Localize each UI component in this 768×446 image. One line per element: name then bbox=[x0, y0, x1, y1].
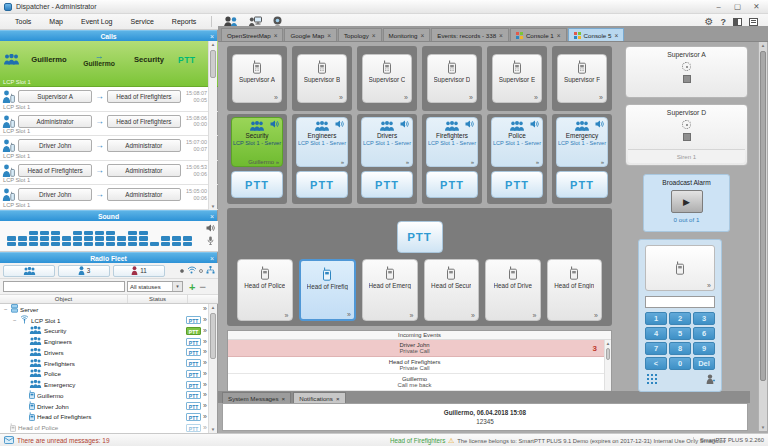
tree-item-head-of-firefighters[interactable]: Head of Firefighters PTT » bbox=[0, 412, 209, 423]
expand-chevron-icon[interactable]: » bbox=[203, 316, 207, 324]
radio-tile-supervisor-b[interactable]: Supervisor B» bbox=[297, 54, 347, 103]
tab-close-icon[interactable]: × bbox=[614, 32, 618, 39]
ptt-badge[interactable]: PTT bbox=[186, 338, 201, 346]
view-radio-option[interactable] bbox=[180, 269, 184, 273]
ptt-button[interactable]: PTT bbox=[556, 171, 608, 198]
call-row[interactable]: Supervisor A → Head of Firefighters 15:0… bbox=[0, 87, 218, 112]
ptt-badge[interactable]: PTT bbox=[186, 359, 201, 367]
column-status[interactable]: Status bbox=[128, 295, 188, 303]
radio-tile-head-of-emergency[interactable]: Head of Emerg» bbox=[362, 259, 418, 321]
tab-system-messages[interactable]: System Messages× bbox=[222, 392, 291, 403]
scroll-down-icon[interactable]: ▼ bbox=[209, 203, 217, 210]
more-chevron-icon[interactable]: » bbox=[601, 159, 604, 165]
key-back[interactable]: < bbox=[645, 357, 667, 370]
more-chevron-icon[interactable]: » bbox=[406, 159, 409, 165]
main-scrollbar[interactable]: ▲ ▼ bbox=[758, 42, 767, 431]
radio-tile-head-of-police[interactable]: Head of Police» bbox=[237, 259, 293, 321]
expand-chevron-icon[interactable]: » bbox=[203, 413, 207, 421]
group-tile-emergency[interactable]: EmergencyLCP Slot 1 - Server» bbox=[556, 117, 608, 167]
scroll-thumb[interactable] bbox=[606, 348, 610, 360]
more-chevron-icon[interactable]: » bbox=[404, 94, 408, 101]
tree-item-emergency[interactable]: Emergency PTT » bbox=[0, 379, 209, 390]
more-chevron-icon[interactable]: » bbox=[285, 312, 289, 319]
more-chevron-icon[interactable]: » bbox=[536, 159, 539, 165]
expand-chevron-icon[interactable]: » bbox=[203, 424, 207, 432]
expand-chevron-icon[interactable]: » bbox=[203, 348, 207, 356]
scroll-down-icon[interactable]: ▼ bbox=[209, 426, 217, 433]
tab-console-1[interactable]: Console 1× bbox=[510, 28, 567, 41]
menu-tools[interactable]: Tools bbox=[6, 14, 40, 29]
more-chevron-icon[interactable]: » bbox=[471, 159, 474, 165]
dialpad-input[interactable] bbox=[645, 296, 715, 308]
stop-icon[interactable] bbox=[683, 133, 691, 141]
group-ptt-button[interactable]: PTT bbox=[397, 221, 443, 253]
key-del[interactable]: Del bbox=[693, 357, 715, 370]
contact-icon[interactable] bbox=[706, 374, 715, 385]
radio-tile-supervisor-d[interactable]: Supervisor D» bbox=[427, 54, 477, 103]
tab-console-5[interactable]: Console 5× bbox=[568, 28, 625, 41]
tree-item-firefighters[interactable]: Firefighters PTT » bbox=[0, 358, 209, 369]
key-3[interactable]: 3 bbox=[693, 312, 715, 325]
speaker-icon[interactable] bbox=[206, 224, 215, 233]
scroll-thumb[interactable] bbox=[210, 50, 216, 78]
more-chevron-icon[interactable]: » bbox=[274, 94, 278, 101]
more-chevron-icon[interactable]: » bbox=[469, 94, 473, 101]
events-scrollbar[interactable]: ▲ bbox=[604, 340, 611, 390]
more-chevron-icon[interactable]: » bbox=[599, 94, 603, 101]
group-tile-drivers[interactable]: DriversLCP Slot 1 - Server» bbox=[361, 117, 413, 167]
radio-tile-supervisor-e[interactable]: Supervisor E» bbox=[492, 54, 542, 103]
ptt-badge[interactable]: PTT bbox=[186, 402, 201, 410]
radio-tile-supervisor-f[interactable]: Supervisor F» bbox=[557, 54, 607, 103]
expand-chevron-icon[interactable]: » bbox=[203, 305, 207, 313]
tab-close-icon[interactable]: × bbox=[274, 32, 278, 39]
tree-item-police[interactable]: Police PTT » bbox=[0, 369, 209, 380]
group-tile-police[interactable]: PoliceLCP Slot 1 - Server» bbox=[491, 117, 543, 167]
minimize-button[interactable]: – bbox=[711, 2, 726, 11]
scroll-up-icon[interactable]: ▲ bbox=[605, 340, 611, 347]
remove-button[interactable]: − bbox=[199, 282, 205, 292]
radio-tile-head-of-firefighters[interactable]: Head of Firefig» bbox=[299, 259, 357, 321]
tab-close-icon[interactable]: × bbox=[499, 32, 503, 39]
all-radios-button[interactable]: 11 bbox=[113, 265, 165, 277]
stop-icon[interactable] bbox=[683, 75, 691, 83]
ptt-button[interactable]: PTT bbox=[491, 171, 543, 198]
ptt-badge[interactable]: PTT bbox=[186, 391, 201, 399]
online-radios-button[interactable]: 3 bbox=[58, 265, 110, 277]
hierarchy-icon[interactable] bbox=[206, 266, 215, 275]
expand-chevron-icon[interactable]: » bbox=[203, 370, 207, 378]
key-0[interactable]: 0 bbox=[669, 357, 691, 370]
tab-openstreetmap[interactable]: OpenStreetMap× bbox=[221, 28, 283, 41]
ptt-badge[interactable]: PTT bbox=[186, 348, 201, 356]
key-7[interactable]: 7 bbox=[645, 342, 667, 355]
tree-item-drivers[interactable]: Drivers PTT » bbox=[0, 347, 209, 358]
radio-tile-head-of-security[interactable]: Head of Secur» bbox=[424, 259, 480, 321]
scroll-thumb[interactable] bbox=[210, 313, 216, 359]
broadcast-alarm-tile[interactable]: Broadcast Alarm ▶ 0 out of 1 bbox=[643, 174, 730, 232]
more-chevron-icon[interactable]: » bbox=[347, 311, 351, 318]
key-4[interactable]: 4 bbox=[645, 327, 667, 340]
menu-map[interactable]: Map bbox=[40, 14, 72, 29]
tab-close-icon[interactable]: × bbox=[327, 32, 331, 39]
tab-notifications[interactable]: Notifications× bbox=[293, 392, 345, 403]
more-chevron-icon[interactable]: » bbox=[707, 282, 711, 289]
group-tile-engineers[interactable]: EngineersLCP Slot 1 - Server» bbox=[296, 117, 348, 167]
radio-tile-head-of-drivers[interactable]: Head of Drive» bbox=[485, 259, 541, 321]
collapse-icon[interactable]: − bbox=[13, 317, 18, 323]
tab-close-icon[interactable]: × bbox=[420, 32, 424, 39]
key-1[interactable]: 1 bbox=[645, 312, 667, 325]
ptt-badge[interactable]: PTT bbox=[186, 424, 201, 432]
ptt-badge[interactable]: PTT bbox=[186, 370, 201, 378]
more-chevron-icon[interactable]: » bbox=[534, 94, 538, 101]
unread-messages-status[interactable]: There are unread messages: 19 bbox=[4, 436, 110, 444]
patch-tile-supervisor-a[interactable]: Supervisor A bbox=[625, 46, 748, 98]
patch-tile-supervisor-d[interactable]: Supervisor D Siren 1 bbox=[625, 104, 748, 166]
tab-topology[interactable]: Topology× bbox=[338, 28, 382, 41]
tree-item-head-of-police[interactable]: Head of Police PTT » bbox=[0, 422, 209, 433]
tab-close-icon[interactable]: × bbox=[336, 395, 340, 402]
scroll-up-icon[interactable]: ▲ bbox=[759, 42, 767, 49]
tab-events[interactable]: Events: records - 338× bbox=[431, 28, 509, 41]
tab-monitoring[interactable]: Monitoring× bbox=[383, 28, 431, 41]
siren-label[interactable]: Siren 1 bbox=[628, 149, 745, 163]
key-8[interactable]: 8 bbox=[669, 342, 691, 355]
scroll-thumb[interactable] bbox=[760, 51, 766, 381]
